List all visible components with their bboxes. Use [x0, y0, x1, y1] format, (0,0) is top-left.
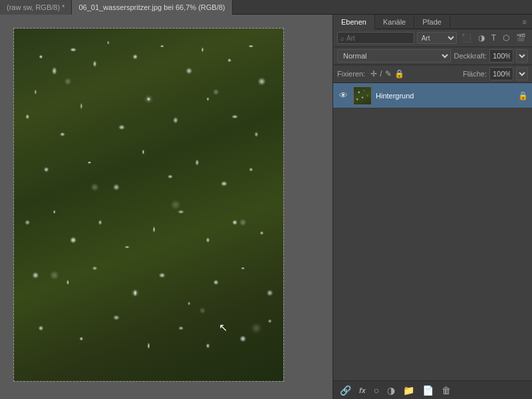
- search-icon: ⌕: [340, 35, 344, 42]
- canvas-image: ↖: [14, 29, 283, 381]
- tab-main-label: 06_01_wasserspritzer.jpg bei 66,7% (RGB/…: [78, 3, 225, 11]
- kind-select[interactable]: Art: [417, 32, 457, 44]
- fix-label: Fixieren:: [337, 70, 365, 78]
- adjustment-button[interactable]: ◑: [384, 384, 398, 397]
- panel-bottom-toolbar: 🔗 fx ○ ◑ 📁 📄 🗑: [333, 380, 532, 399]
- tab-bar: (raw sw, RGB/8) * 06_01_wasserspritzer.j…: [0, 0, 532, 15]
- opacity-dropdown[interactable]: [516, 49, 528, 63]
- tab-layers-label: Ebenen: [341, 18, 366, 26]
- layer-type-adjust-btn[interactable]: ◑: [476, 33, 487, 43]
- layer-type-shape-btn[interactable]: ⬡: [501, 33, 511, 43]
- fill-label: Fläche:: [463, 70, 487, 78]
- link-icon[interactable]: 🔗: [337, 384, 354, 397]
- blend-mode-select[interactable]: Normal: [337, 49, 451, 63]
- new-layer-button[interactable]: 📄: [420, 384, 436, 397]
- layer-name: Hintergrund: [376, 92, 518, 100]
- fill-dropdown[interactable]: [516, 67, 528, 80]
- panel-tabs: Ebenen Kanäle Pfade ≡: [333, 15, 532, 29]
- tab-raw-label: (raw sw, RGB/8) *: [7, 3, 65, 11]
- fx-button[interactable]: fx: [356, 385, 368, 396]
- tab-main[interactable]: 06_01_wasserspritzer.jpg bei 66,7% (RGB/…: [72, 0, 232, 15]
- fix-brush-icon[interactable]: ✎: [385, 69, 392, 78]
- layers-list: 👁 Hintergrund 🔒: [333, 83, 532, 380]
- tab-raw[interactable]: (raw sw, RGB/8) *: [0, 0, 72, 15]
- tab-channels[interactable]: Kanäle: [375, 15, 414, 29]
- fix-pixel-icon[interactable]: /: [380, 69, 382, 78]
- mask-button[interactable]: ○: [371, 384, 382, 397]
- opacity-input[interactable]: [489, 49, 513, 63]
- layer-type-smart-btn[interactable]: 🎬: [514, 33, 528, 43]
- canvas-wrapper: ↖: [13, 28, 284, 382]
- layers-toolbar: ⌕ Art ⬛ ◑ T ⬡ 🎬: [333, 29, 532, 47]
- fix-row: Fixieren: ✛ / ✎ 🔒 Fläche:: [333, 65, 532, 83]
- main-area: ↖ Ebenen Kanäle Pfade ≡ ⌕ Art: [0, 15, 532, 399]
- tab-layers[interactable]: Ebenen: [333, 15, 375, 29]
- layer-type-pixel-btn[interactable]: ⬛: [460, 33, 473, 43]
- group-button[interactable]: 📁: [400, 384, 417, 397]
- right-panel: Ebenen Kanäle Pfade ≡ ⌕ Art ⬛ ◑ T ⬡ 🎬: [332, 15, 532, 399]
- cursor-indicator: ↖: [219, 321, 227, 334]
- fix-lock-icon[interactable]: 🔒: [394, 69, 404, 78]
- blend-row: Normal Deckkraft:: [333, 47, 532, 65]
- search-box: ⌕: [337, 32, 414, 44]
- fill-input[interactable]: [489, 67, 513, 80]
- eye-icon: 👁: [339, 90, 348, 100]
- tab-paths-label: Pfade: [422, 18, 442, 26]
- fix-position-icon[interactable]: ✛: [370, 69, 377, 78]
- tab-paths[interactable]: Pfade: [414, 15, 450, 29]
- opacity-label: Deckkraft:: [454, 52, 487, 60]
- search-input[interactable]: [346, 35, 380, 42]
- delete-layer-button[interactable]: 🗑: [439, 384, 454, 397]
- canvas-area[interactable]: ↖: [0, 15, 332, 399]
- panel-menu-button[interactable]: ≡: [517, 18, 532, 26]
- layer-type-text-btn[interactable]: T: [489, 33, 498, 43]
- layer-hintergrund[interactable]: 👁 Hintergrund 🔒: [333, 83, 532, 108]
- tab-channels-label: Kanäle: [383, 18, 406, 26]
- layer-thumbnail: [353, 86, 372, 105]
- layer-visibility-toggle[interactable]: 👁: [337, 90, 349, 102]
- lock-icon: 🔒: [518, 91, 528, 100]
